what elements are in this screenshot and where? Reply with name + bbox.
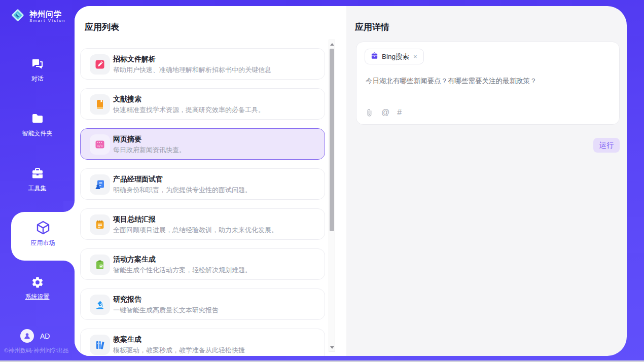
- app-card-desc: 智能生成个性化活动方案，轻松解决规划难题。: [113, 266, 252, 275]
- app-card-desc: 模板驱动，教案秒成，教学准备从此轻松快捷: [113, 346, 245, 355]
- active-tab-fillet-top: [63, 201, 75, 212]
- browser-code-icon: </>: [90, 134, 110, 155]
- pen-square-icon: [90, 54, 110, 75]
- prompt-input-card: Bing搜索 × 今日湖北有哪些新闻要点？有哪些需要关注的最新政策？ @ #: [356, 42, 620, 125]
- app-card-title: 项目总结汇报: [113, 215, 156, 224]
- app-card-pm-interviewer[interactable]: 产品经理面试官 明确身份和职责，为您提供专业性的面试问题。: [80, 168, 325, 200]
- microscope-icon: [90, 295, 110, 315]
- app-card-title: 活动方案生成: [113, 255, 156, 264]
- svg-text:</>: </>: [97, 144, 103, 148]
- app-card-desc: 每日政府新闻资讯快查。: [113, 146, 186, 155]
- app-card-literature-search[interactable]: 文献搜索 快速精准查找学术资源，提高研究效率的必备工具。: [80, 88, 325, 120]
- active-tab-fillet-bottom: [63, 261, 75, 272]
- gear-icon: [0, 276, 75, 289]
- book-icon: [90, 94, 110, 115]
- input-toolbar: @ #: [365, 108, 402, 117]
- close-icon[interactable]: ×: [413, 53, 418, 60]
- sidebar-item-toolset[interactable]: 工具集: [0, 166, 75, 193]
- brand-name: 神州问学: [29, 10, 66, 18]
- copyright-footer: ©神州数码·神州问学出品: [4, 347, 68, 354]
- app-card-desc: 明确身份和职责，为您提供专业性的面试问题。: [113, 186, 252, 195]
- prompt-text-input[interactable]: 今日湖北有哪些新闻要点？有哪些需要关注的最新政策？: [366, 77, 609, 86]
- brand-subtitle: Smart Vision: [29, 18, 66, 23]
- app-card-research-report[interactable]: 研究报告 一键智能生成高质量长文本研究报告: [80, 288, 325, 320]
- person-doc-icon: [90, 174, 110, 195]
- sidebar-item-label: 智能文件夹: [0, 129, 75, 138]
- sidebar-item-smart-folder[interactable]: 智能文件夹: [0, 112, 75, 138]
- app-detail-panel: 应用详情 Bing搜索 × 今日湖北有哪些新闻要点？有哪些需要关注的最新政策？: [346, 6, 627, 356]
- attachment-icon[interactable]: [365, 108, 374, 117]
- clipboard-check-icon: [90, 255, 110, 275]
- app-card-title: 教案生成: [113, 335, 141, 344]
- sidebar: 神州问学 Smart Vision 对话 智能文件夹 工具集: [0, 0, 75, 362]
- main-content: 应用列表 招标文件解析 帮助用户快速、准确地理解和解析招标书中的关键信息: [75, 6, 627, 356]
- brand-logo: 神州问学 Smart Vision: [10, 8, 66, 25]
- notepad-icon: [90, 214, 110, 235]
- user-account[interactable]: AD: [20, 329, 50, 343]
- books-icon: [90, 335, 110, 355]
- sidebar-item-label: 应用市场: [11, 239, 75, 247]
- sidebar-item-label: 系统设置: [0, 293, 75, 301]
- app-card-desc: 一键智能生成高质量长文本研究报告: [113, 306, 219, 315]
- app-card-title: 招标文件解析: [113, 55, 156, 64]
- sidebar-item-chat[interactable]: 对话: [0, 57, 75, 83]
- hash-icon[interactable]: #: [397, 108, 402, 117]
- scrollbar-thumb[interactable]: [330, 49, 334, 231]
- sidebar-item-label: 对话: [0, 75, 75, 83]
- app-card-desc: 快速精准查找学术资源，提高研究效率的必备工具。: [113, 105, 265, 115]
- avatar: [20, 329, 34, 343]
- folder-icon: [0, 112, 75, 126]
- diamond-logo-icon: [10, 8, 25, 25]
- app-detail-title: 应用详情: [355, 21, 389, 33]
- user-name: AD: [40, 332, 50, 340]
- app-card-project-summary[interactable]: 项目总结汇报 全面回顾项目进展，总结经验教训，助力未来优化发展。: [80, 208, 325, 240]
- mention-icon[interactable]: @: [381, 108, 389, 117]
- app-card-web-summary[interactable]: </> 网页摘要 每日政府新闻资讯快查。: [80, 128, 325, 160]
- app-list-panel: 应用列表 招标文件解析 帮助用户快速、准确地理解和解析招标书中的关键信息: [75, 6, 346, 356]
- sidebar-item-settings[interactable]: 系统设置: [0, 276, 75, 301]
- app-card-desc: 帮助用户快速、准确地理解和解析招标书中的关键信息: [113, 65, 271, 75]
- app-card-title: 文献搜索: [113, 95, 141, 104]
- app-list-title: 应用列表: [85, 21, 119, 33]
- app-card-title: 产品经理面试官: [113, 175, 163, 184]
- sidebar-item-label: 工具集: [0, 184, 75, 193]
- scroll-up-icon[interactable]: [329, 41, 335, 48]
- sidebar-item-app-market[interactable]: 应用市场: [11, 212, 75, 261]
- app-card-lesson-plan[interactable]: 教案生成 模板驱动，教案秒成，教学准备从此轻松快捷: [80, 329, 325, 356]
- toolbox-icon: [0, 166, 75, 180]
- tool-tag-label: Bing搜索: [382, 52, 409, 61]
- app-card-title: 网页摘要: [113, 135, 141, 144]
- tool-tag-bing-search[interactable]: Bing搜索 ×: [365, 49, 424, 64]
- app-card-event-plan[interactable]: 活动方案生成 智能生成个性化活动方案，轻松解决规划难题。: [80, 248, 325, 280]
- app-card-desc: 全面回顾项目进展，总结经验教训，助力未来优化发展。: [113, 226, 278, 235]
- run-button[interactable]: 运行: [593, 138, 620, 153]
- app-card-title: 研究报告: [113, 295, 141, 304]
- list-scrollbar[interactable]: [329, 40, 335, 352]
- cube-icon: [11, 220, 75, 236]
- scroll-down-icon[interactable]: [329, 344, 335, 351]
- briefcase-icon: [371, 52, 378, 61]
- app-card-bid-parse[interactable]: 招标文件解析 帮助用户快速、准确地理解和解析招标书中的关键信息: [80, 48, 325, 80]
- chat-icon: [0, 57, 75, 71]
